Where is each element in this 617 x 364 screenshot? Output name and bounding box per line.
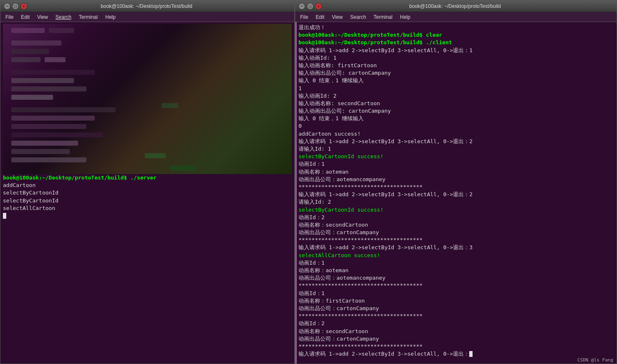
server-line-4: selectAllCartoon: [3, 205, 292, 212]
right-terminal-line-33: 动画Id：1: [298, 259, 614, 267]
right-terminal-line-38: 动画名称：firstCartoon: [298, 297, 614, 305]
server-line-1: addCartoon: [3, 182, 292, 189]
right-terminal-line-29: 动画出品公司：cartonCampany: [298, 229, 614, 236]
right-terminal-line-12: 输入动画出品公司: cartonCampany: [298, 107, 614, 115]
left-terminal-content: book@100ask:~/Desktop/protoTest/build$ .…: [0, 22, 294, 364]
right-terminal-line-19: selectByCartoonId success!: [298, 153, 614, 160]
menu-view-right[interactable]: View: [329, 13, 346, 21]
right-terminal-line-27: 动画Id：2: [298, 214, 614, 221]
right-terminal-line-4: 输入请求码 1->add 2->selectById 3->selectAll,…: [298, 47, 614, 54]
menu-help-right[interactable]: Help: [397, 13, 414, 21]
right-terminal-line-11: 输入动画名称: secondCartoon: [298, 100, 614, 107]
right-terminal-line-40: **************************************: [298, 312, 614, 320]
right-title-bar: ─ □ ✕ book@100ask: ~/Desktop/protoTest/b…: [295, 0, 617, 12]
left-window-controls[interactable]: ─ □ ✕: [4, 3, 27, 10]
menu-file-right[interactable]: File: [297, 13, 311, 21]
right-terminal-line-28: 动画名称：secondCartoon: [298, 221, 614, 229]
server-line-2: selectByCartoonId: [3, 189, 292, 197]
right-terminal: ─ □ ✕ book@100ask: ~/Desktop/protoTest/b…: [295, 0, 617, 364]
right-terminal-line-13: 输入 0 结束，1 继续输入: [298, 115, 614, 122]
right-window-controls[interactable]: ─ □ ✕: [298, 3, 322, 10]
right-terminal-line-17: 输入请求码 1->add 2->selectById 3->selectAll,…: [298, 138, 614, 145]
left-menu-bar: File Edit View Search Terminal Help: [0, 12, 294, 22]
right-maximize-button[interactable]: □: [307, 3, 314, 10]
right-terminal-line-16: addCartoon success!: [298, 130, 614, 138]
menu-search-right[interactable]: Search: [347, 13, 369, 21]
menu-search-left[interactable]: Search: [52, 13, 75, 21]
right-terminal-line-31: 输入请求码 1->add 2->selectById 3->selectAll,…: [298, 244, 614, 251]
right-terminal-title: book@100ask: ~/Desktop/protoTest/build: [322, 3, 588, 9]
server-line-3: selectByCartoonId: [3, 197, 292, 205]
close-button[interactable]: ✕: [20, 3, 27, 10]
right-terminal-line-37: 动画Id：1: [298, 290, 614, 297]
right-terminal-line-36: **************************************: [298, 282, 614, 289]
menu-edit-left[interactable]: Edit: [18, 13, 33, 21]
right-terminal-line-8: 输入 0 结束，1 继续输入: [298, 77, 614, 84]
right-terminal-line-7: 输入动画出品公司: cartonCampany: [298, 69, 614, 77]
right-output-container: 退出成功！book@100ask:~/Desktop/protoTest/bui…: [298, 24, 614, 358]
right-terminal-line-34: 动画名称：aoteman: [298, 267, 614, 274]
menu-terminal-left[interactable]: Terminal: [76, 13, 101, 21]
right-terminal-line-10: 输入动画Id: 2: [298, 92, 614, 100]
right-terminal-line-3: book@100ask:~/Desktop/protoTest/build$ .…: [298, 39, 614, 46]
right-terminal-line-41: 动画Id：2: [298, 320, 614, 327]
right-terminal-line-5: 输入动画Id: 1: [298, 54, 614, 62]
right-terminal-line-20: 动画Id：1: [298, 160, 614, 168]
right-terminal-line-23: **************************************: [298, 183, 614, 191]
right-terminal-line-32: selectAllCartoon success!: [298, 252, 614, 259]
blurred-content: [3, 24, 292, 174]
right-terminal-line-44: **************************************: [298, 343, 614, 350]
left-terminal: ─ □ ✕ book@100ask: ~/Desktop/protoTest/b…: [0, 0, 295, 364]
right-terminal-line-30: **************************************: [298, 236, 614, 244]
menu-edit-right[interactable]: Edit: [312, 13, 328, 21]
right-terminal-line-24: 输入请求码 1->add 2->selectById 3->selectAll,…: [298, 191, 614, 198]
server-prompt-line: book@100ask:~/Desktop/protoTest/build$ .…: [3, 174, 292, 182]
maximize-button[interactable]: □: [12, 3, 19, 10]
right-terminal-line-43: 动画出品公司：cartonCampany: [298, 335, 614, 343]
status-bar: CSDN @ls Fang: [574, 356, 617, 364]
right-terminal-content: 退出成功！book@100ask:~/Desktop/protoTest/bui…: [295, 22, 617, 364]
right-terminal-line-26: selectByCartoonId success!: [298, 206, 614, 214]
right-close-button[interactable]: ✕: [315, 3, 322, 10]
right-terminal-line-6: 输入动画名称: firstCartoon: [298, 62, 614, 69]
right-terminal-line-35: 动画出品公司：aotemancompaney: [298, 274, 614, 282]
minimize-button[interactable]: ─: [4, 3, 10, 10]
right-terminal-line-45: 输入请求码 1->add 2->selectById 3->selectAll,…: [298, 350, 614, 358]
menu-terminal-right[interactable]: Terminal: [370, 13, 396, 21]
left-terminal-title: book@100ask: ~/Desktop/protoTest/build: [27, 3, 266, 9]
right-terminal-line-14: 0: [298, 122, 614, 130]
terminal-cursor: [469, 351, 473, 357]
right-terminal-line-22: 动画出品公司：aotemancompaney: [298, 176, 614, 183]
left-accent-border: [295, 22, 297, 364]
menu-file-left[interactable]: File: [2, 13, 17, 21]
right-minimize-button[interactable]: ─: [298, 3, 305, 10]
right-terminal-line-42: 动画名称：secondCartoon: [298, 328, 614, 335]
right-terminal-line-18: 请输入Id: 1: [298, 145, 614, 153]
right-terminal-line-1: book@100ask:~/Desktop/protoTest/build$ c…: [298, 31, 614, 39]
left-title-bar: ─ □ ✕ book@100ask: ~/Desktop/protoTest/b…: [0, 0, 294, 12]
right-terminal-line-9: 1: [298, 85, 614, 92]
right-terminal-line-25: 请输入Id: 2: [298, 198, 614, 206]
menu-help-left[interactable]: Help: [102, 13, 119, 21]
right-terminal-line-21: 动画名称：aoteman: [298, 168, 614, 176]
right-terminal-line-0: 退出成功！: [298, 24, 614, 31]
right-menu-bar: File Edit View Search Terminal Help: [295, 12, 617, 22]
server-cursor-line: [3, 212, 292, 220]
right-terminal-line-39: 动画出品公司：cartonCampany: [298, 305, 614, 312]
menu-view-left[interactable]: View: [34, 13, 51, 21]
